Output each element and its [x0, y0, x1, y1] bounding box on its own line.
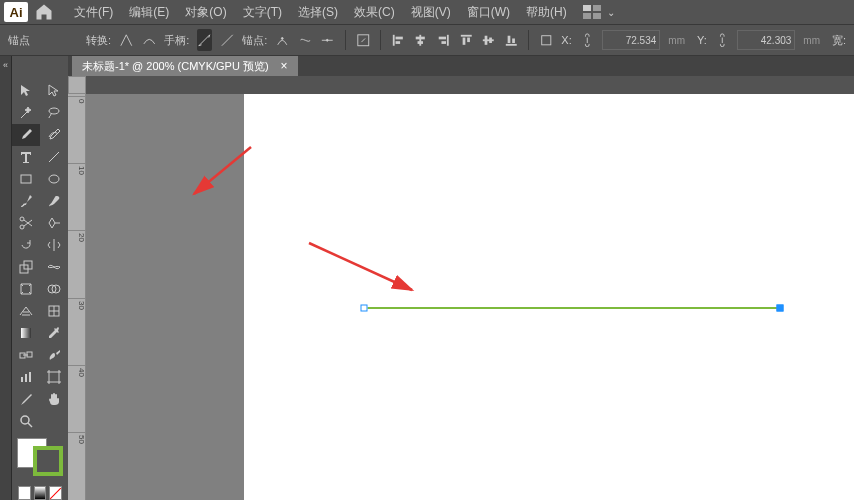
handle-hide-icon[interactable] — [220, 29, 235, 51]
menu-file[interactable]: 文件(F) — [66, 0, 121, 25]
direct-selection-tool[interactable] — [40, 80, 68, 102]
convert-smooth-icon[interactable] — [142, 29, 157, 51]
empty-tool-slot — [40, 410, 68, 432]
svg-rect-1 — [593, 5, 601, 11]
menu-window[interactable]: 窗口(W) — [459, 0, 518, 25]
home-icon[interactable] — [34, 2, 54, 22]
column-graph-tool[interactable] — [12, 366, 40, 388]
drawn-line[interactable] — [364, 307, 780, 309]
cut-path-icon[interactable] — [320, 29, 335, 51]
arrange-docs-icon[interactable]: ⌄ — [583, 5, 615, 19]
reflect-tool[interactable] — [40, 234, 68, 256]
svg-rect-12 — [418, 41, 423, 44]
svg-point-26 — [49, 108, 59, 114]
menu-effect[interactable]: 效果(C) — [346, 0, 403, 25]
isolate-icon[interactable] — [356, 29, 371, 51]
blob-brush-tool[interactable] — [40, 190, 68, 212]
menu-object[interactable]: 对象(O) — [177, 0, 234, 25]
shape-builder-tool[interactable] — [40, 278, 68, 300]
close-icon[interactable]: × — [281, 59, 288, 73]
transform-icon[interactable] — [539, 29, 554, 51]
ruler-tick: 50 — [68, 432, 86, 444]
separator — [380, 30, 381, 50]
y-input[interactable] — [737, 30, 795, 50]
link-icon[interactable] — [715, 29, 730, 51]
align-left-icon[interactable] — [391, 29, 406, 51]
perspective-grid-tool[interactable] — [12, 300, 40, 322]
svg-rect-23 — [507, 35, 510, 42]
type-tool[interactable] — [12, 146, 40, 168]
svg-rect-16 — [460, 35, 471, 37]
none-mode[interactable] — [49, 486, 62, 500]
anchor-handle-end[interactable] — [777, 305, 784, 312]
svg-rect-10 — [420, 35, 422, 46]
menu-type[interactable]: 文字(T) — [235, 0, 290, 25]
menu-view[interactable]: 视图(V) — [403, 0, 459, 25]
rectangle-tool[interactable] — [12, 168, 40, 190]
artboard-tool[interactable] — [40, 366, 68, 388]
w-label: 宽: — [832, 33, 846, 48]
document-tab[interactable]: 未标题-1* @ 200% (CMYK/GPU 预览) × — [72, 56, 298, 76]
gradient-mode[interactable] — [34, 486, 47, 500]
pen-tool[interactable] — [12, 124, 40, 146]
svg-rect-21 — [489, 37, 492, 42]
svg-point-5 — [327, 39, 329, 41]
convert-label: 转换: — [86, 33, 111, 48]
align-hcenter-icon[interactable] — [413, 29, 428, 51]
blend-tool[interactable] — [12, 344, 40, 366]
width-tool[interactable] — [40, 256, 68, 278]
menu-edit[interactable]: 编辑(E) — [121, 0, 177, 25]
handle-show-icon[interactable] — [197, 29, 212, 51]
knife-tool[interactable] — [40, 212, 68, 234]
ruler-tick: 0 — [68, 96, 86, 103]
stroke-swatch[interactable] — [33, 446, 63, 476]
gradient-tool[interactable] — [12, 322, 40, 344]
scissors-tool[interactable] — [12, 212, 40, 234]
lasso-tool[interactable] — [40, 102, 68, 124]
svg-rect-3 — [593, 13, 601, 19]
line-tool[interactable] — [40, 146, 68, 168]
remove-anchor-icon[interactable] — [275, 29, 290, 51]
align-right-icon[interactable] — [436, 29, 451, 51]
x-label: X: — [561, 34, 571, 46]
menu-help[interactable]: 帮助(H) — [518, 0, 575, 25]
ruler-tick: 30 — [68, 298, 86, 310]
svg-rect-41 — [29, 372, 31, 382]
curvature-tool[interactable] — [40, 124, 68, 146]
canvas[interactable] — [86, 94, 854, 500]
connect-icon[interactable] — [298, 29, 313, 51]
align-vcenter-icon[interactable] — [481, 29, 496, 51]
color-mode[interactable] — [18, 486, 31, 500]
rotate-tool[interactable] — [12, 234, 40, 256]
paintbrush-tool[interactable] — [12, 190, 40, 212]
anchor-handle-start[interactable] — [361, 305, 368, 312]
hand-tool[interactable] — [40, 388, 68, 410]
convert-corner-icon[interactable] — [119, 29, 134, 51]
slice-tool[interactable] — [12, 388, 40, 410]
zoom-tool[interactable] — [12, 410, 40, 432]
x-unit: mm — [668, 35, 685, 46]
align-top-icon[interactable] — [459, 29, 474, 51]
symbol-sprayer-tool[interactable] — [40, 344, 68, 366]
link-icon[interactable] — [580, 29, 595, 51]
svg-line-44 — [194, 147, 251, 194]
ruler-corner — [68, 76, 86, 94]
align-bottom-icon[interactable] — [504, 29, 519, 51]
scale-tool[interactable] — [12, 256, 40, 278]
svg-point-43 — [21, 416, 29, 424]
magic-wand-tool[interactable] — [12, 102, 40, 124]
svg-rect-13 — [447, 35, 449, 46]
svg-rect-15 — [441, 41, 446, 44]
tabbar: 未标题-1* @ 200% (CMYK/GPU 预览) × — [68, 56, 854, 76]
free-transform-tool[interactable] — [12, 278, 40, 300]
ellipse-tool[interactable] — [40, 168, 68, 190]
mesh-tool[interactable] — [40, 300, 68, 322]
x-input[interactable] — [602, 30, 660, 50]
color-picker[interactable] — [17, 438, 63, 476]
vertical-ruler[interactable]: 0 10 20 30 40 50 60 — [68, 94, 86, 500]
selection-tool[interactable] — [12, 80, 40, 102]
menu-select[interactable]: 选择(S) — [290, 0, 346, 25]
eyedropper-tool[interactable] — [40, 322, 68, 344]
panel-strip[interactable]: « — [0, 56, 12, 500]
svg-rect-11 — [416, 36, 425, 39]
